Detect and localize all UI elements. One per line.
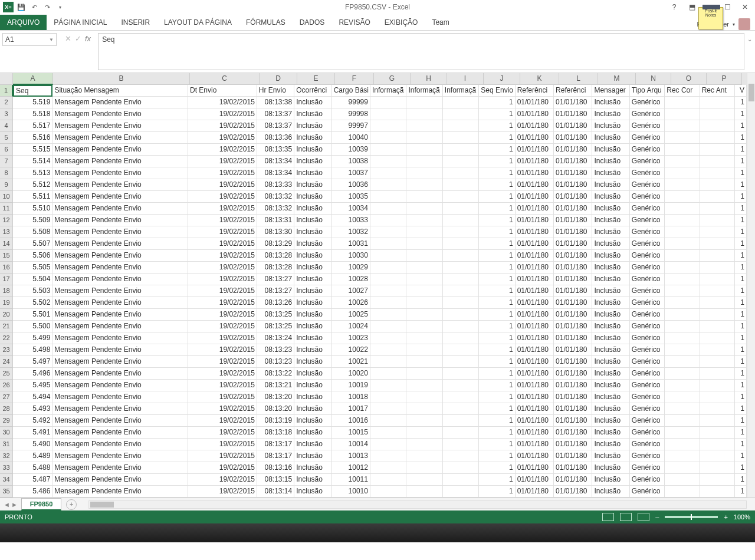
cell[interactable]: 01/01/180 [554,262,592,274]
cell[interactable] [406,439,442,450]
cell[interactable] [406,474,442,486]
ribbon-tab-exibição[interactable]: EXIBIÇÃO [378,15,425,30]
cell[interactable]: 01/01/180 [516,427,554,439]
cell[interactable]: 10014 [332,439,370,450]
cell[interactable] [700,156,735,167]
cell[interactable]: Genérico [630,285,665,297]
cell[interactable]: Inclusão [592,156,629,167]
cell[interactable]: Inclusão [592,297,629,309]
cell[interactable]: 1 [735,262,747,274]
cell[interactable]: 08:13:32 [257,203,294,215]
row-header[interactable]: 23 [0,344,13,356]
cell[interactable]: Mensagem Pendente Envio [52,226,188,238]
cell[interactable] [406,215,442,226]
cell[interactable]: Genérico [630,167,665,179]
cell[interactable] [370,250,406,262]
cell[interactable] [370,344,406,356]
cell[interactable]: 1 [735,474,747,486]
cell[interactable]: Mensagem Pendente Envio [52,120,188,132]
cell[interactable]: Informaçã [370,85,406,97]
cell[interactable]: Rec Cor [665,85,700,97]
cell[interactable] [406,462,442,474]
cell[interactable]: 1 [735,344,747,356]
cell[interactable]: Genérico [630,415,665,427]
cell[interactable]: 1 [479,285,515,297]
cell[interactable]: 19/02/2015 [188,191,257,203]
cell[interactable] [700,144,735,156]
cell[interactable] [370,474,406,486]
cell[interactable]: 1 [735,167,747,179]
cell[interactable] [370,262,406,274]
cell[interactable]: Mensagem Pendente Envio [52,403,188,415]
row-header[interactable]: 26 [0,380,13,391]
cell[interactable] [665,215,700,226]
cell[interactable] [665,439,700,450]
cell[interactable] [406,203,442,215]
cell[interactable]: 5.486 [13,486,52,498]
redo-icon[interactable]: ↷ [41,1,53,13]
cell[interactable]: Genérico [630,321,665,332]
cell[interactable]: 1 [735,144,747,156]
cell[interactable]: 1 [735,380,747,391]
cell[interactable]: Cargo Bási [332,85,370,97]
cell[interactable]: Genérico [630,356,665,368]
cell[interactable]: Genérico [630,297,665,309]
cell[interactable] [406,108,442,120]
cell[interactable]: Mensagem Pendente Envio [52,167,188,179]
cell[interactable] [370,108,406,120]
column-header-O[interactable]: O [671,73,707,85]
cell[interactable]: Genérico [630,144,665,156]
row-header[interactable]: 31 [0,439,13,450]
cell[interactable]: 01/01/180 [516,167,554,179]
sheet-tab-active[interactable]: FP9850 [21,498,62,510]
cell[interactable]: Inclusão [294,203,331,215]
spreadsheet-grid[interactable]: ABCDEFGHIJKLMNOP 12345678910111213141516… [0,73,755,498]
cell[interactable]: 19/02/2015 [188,132,257,144]
cell[interactable]: 10020 [332,368,370,380]
cell[interactable]: 08:13:21 [257,380,294,391]
windows-taskbar[interactable] [0,523,755,542]
cell[interactable]: Inclusão [592,321,629,332]
cell[interactable]: Inclusão [592,285,629,297]
cell[interactable]: 10013 [332,450,370,462]
cell[interactable]: 01/01/180 [516,332,554,344]
cell[interactable]: Inclusão [294,474,331,486]
cell[interactable]: 01/01/180 [554,203,592,215]
cell[interactable]: 1 [479,403,515,415]
cell[interactable]: Genérico [630,238,665,250]
cell[interactable] [406,156,442,167]
cell[interactable]: 01/01/180 [554,321,592,332]
column-header-D[interactable]: D [260,73,297,85]
cell[interactable] [665,203,700,215]
cell[interactable]: Inclusão [592,368,629,380]
cell[interactable]: Referênci [516,85,554,97]
cell[interactable] [443,415,479,427]
zoom-level[interactable]: 100% [734,513,750,521]
cell[interactable]: 01/01/180 [554,356,592,368]
cell[interactable]: Inclusão [294,356,331,368]
cell[interactable]: 1 [735,97,747,108]
cell[interactable]: 10021 [332,356,370,368]
cell[interactable]: 01/01/180 [516,356,554,368]
cell[interactable]: 1 [479,450,515,462]
row-header[interactable]: 29 [0,415,13,427]
row-header[interactable]: 27 [0,391,13,403]
cell[interactable] [406,380,442,391]
cell[interactable]: 10029 [332,262,370,274]
cell[interactable] [665,274,700,285]
cell[interactable]: 01/01/180 [516,144,554,156]
cell[interactable]: Mensagem Pendente Envio [52,368,188,380]
ribbon-tab-fórmulas[interactable]: FÓRMULAS [239,15,293,30]
cell[interactable]: 1 [735,108,747,120]
row-header[interactable]: 32 [0,450,13,462]
cell[interactable]: 01/01/180 [516,238,554,250]
cell[interactable] [700,356,735,368]
cell[interactable]: 08:13:17 [257,450,294,462]
cell[interactable]: 01/01/180 [516,474,554,486]
cell[interactable] [665,368,700,380]
cell[interactable] [406,391,442,403]
cell[interactable]: Inclusão [592,179,629,191]
row-header[interactable]: 16 [0,262,13,274]
cell[interactable] [700,344,735,356]
cell[interactable]: 01/01/180 [554,179,592,191]
